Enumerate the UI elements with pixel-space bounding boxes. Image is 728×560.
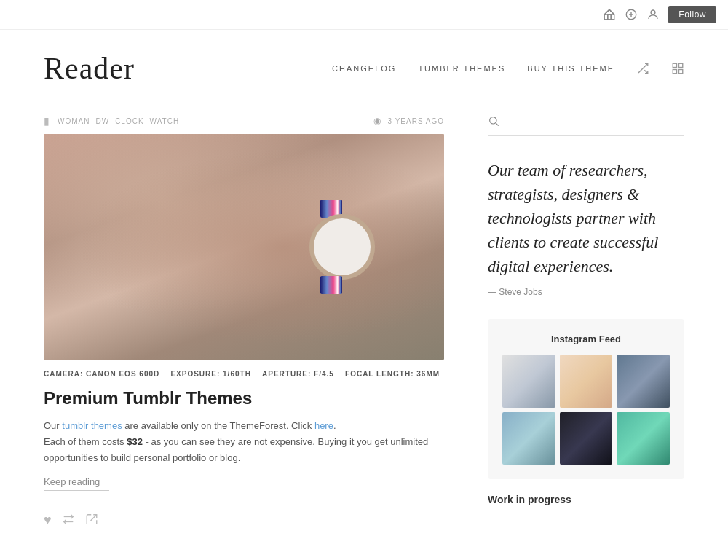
instagram-thumb-1[interactable] — [502, 355, 555, 408]
nav-tumblr-themes[interactable]: TUMBLR THEMES — [418, 64, 505, 73]
logo: Reader — [44, 51, 135, 86]
tag-woman[interactable]: WOMAN — [58, 117, 90, 125]
instagram-grid — [502, 355, 670, 465]
keep-reading-link[interactable]: Keep reading — [44, 476, 100, 487]
focal-label: FOCAL LENGTH: — [345, 370, 414, 378]
tag-dw[interactable]: DW — [95, 117, 109, 125]
post-actions: ♥ — [44, 505, 444, 528]
aperture-label: APERTURE: — [262, 370, 311, 378]
svg-rect-9 — [673, 70, 676, 74]
instagram-thumb-6[interactable] — [617, 412, 670, 465]
post-image-inner — [44, 134, 444, 360]
user-icon[interactable] — [645, 7, 661, 23]
post-body: Our tumblr themes are available only on … — [44, 418, 444, 466]
svg-point-12 — [490, 117, 496, 124]
post-content: ▮ WOMAN DW CLOCK WATCH ◉ 3 YEARS AGO — [44, 115, 444, 528]
svg-rect-10 — [679, 70, 683, 74]
instagram-feed: Instagram Feed — [488, 319, 684, 479]
instagram-thumb-3[interactable] — [617, 355, 670, 408]
svg-rect-7 — [673, 63, 676, 67]
grid-icon[interactable] — [671, 62, 684, 75]
post-meta-left: ▮ WOMAN DW CLOCK WATCH — [44, 115, 179, 127]
nav-buy-theme[interactable]: BUY THIS THEME — [527, 64, 614, 73]
focal-value: 36MM — [416, 370, 440, 378]
exposure-label: EXPOSURE: — [170, 370, 220, 378]
keep-reading-divider — [44, 490, 109, 491]
exposure-value: 1/60TH — [223, 370, 251, 378]
main-layout: ▮ WOMAN DW CLOCK WATCH ◉ 3 YEARS AGO — [0, 100, 728, 543]
instagram-thumb-4[interactable] — [502, 412, 555, 465]
header: Reader CHANGELOG TUMBLR THEMES BUY THIS … — [0, 29, 728, 100]
camera-value: CANON EOS 600D — [86, 370, 159, 378]
svg-rect-0 — [605, 15, 615, 20]
watch-strap-bottom — [320, 276, 342, 294]
post-image — [44, 134, 444, 360]
post-meta-top: ▮ WOMAN DW CLOCK WATCH ◉ 3 YEARS AGO — [44, 115, 444, 127]
tumblr-themes-link[interactable]: tumblr themes — [62, 420, 122, 431]
search-input[interactable] — [505, 117, 684, 128]
main-nav: CHANGELOG TUMBLR THEMES BUY THIS THEME — [332, 62, 684, 75]
follow-button[interactable]: Follow — [668, 6, 716, 23]
here-link[interactable]: here — [314, 420, 333, 431]
instagram-title: Instagram Feed — [502, 334, 670, 344]
camera-info: CAMERA: CANON EOS 600D EXPOSURE: 1/60TH … — [44, 370, 444, 378]
price: $32 — [127, 436, 143, 447]
shuffle-icon[interactable] — [636, 62, 649, 75]
share-icon[interactable] — [85, 513, 98, 528]
post-title: Premium Tumblr Themes — [44, 387, 444, 409]
search-bar — [488, 115, 684, 136]
post-body-line2: Each of them costs $32 - as you can see … — [44, 434, 444, 466]
bookmark-icon[interactable]: ▮ — [44, 115, 50, 127]
top-bar-icons — [601, 7, 661, 23]
nav-changelog[interactable]: CHANGELOG — [332, 64, 396, 73]
time-icon: ◉ — [373, 116, 381, 126]
post-body-line1: Our tumblr themes are available only on … — [44, 418, 444, 434]
tag-watch[interactable]: WATCH — [150, 117, 180, 125]
post-meta-right: ◉ 3 YEARS AGO — [373, 116, 444, 126]
watch-illustration — [298, 200, 386, 294]
like-icon[interactable]: ♥ — [44, 513, 52, 528]
tag-clock[interactable]: CLOCK — [115, 117, 143, 125]
time-ago: 3 YEARS AGO — [387, 117, 444, 125]
quote-text: Our team of researchers, strategists, de… — [488, 158, 684, 278]
svg-point-4 — [651, 10, 655, 15]
instagram-thumb-5[interactable] — [560, 412, 613, 465]
svg-line-11 — [90, 515, 96, 521]
camera-label: CAMERA: — [44, 370, 83, 378]
svg-line-13 — [496, 123, 499, 126]
reblog-icon[interactable] — [62, 513, 75, 528]
home-icon[interactable] — [601, 7, 617, 23]
search-icon — [488, 115, 499, 130]
svg-rect-8 — [679, 63, 683, 67]
post-tags: WOMAN DW CLOCK WATCH — [58, 117, 179, 125]
work-in-progress-title: Work in progress — [488, 494, 684, 505]
watch-face — [309, 214, 375, 280]
quote-author: — Steve Jobs — [488, 287, 684, 297]
top-bar: Follow — [0, 0, 728, 30]
instagram-thumb-2[interactable] — [560, 355, 613, 408]
add-icon[interactable] — [623, 7, 639, 23]
sidebar: Our team of researchers, strategists, de… — [488, 115, 684, 528]
aperture-value: F/4.5 — [314, 370, 334, 378]
quote-block: Our team of researchers, strategists, de… — [488, 158, 684, 297]
